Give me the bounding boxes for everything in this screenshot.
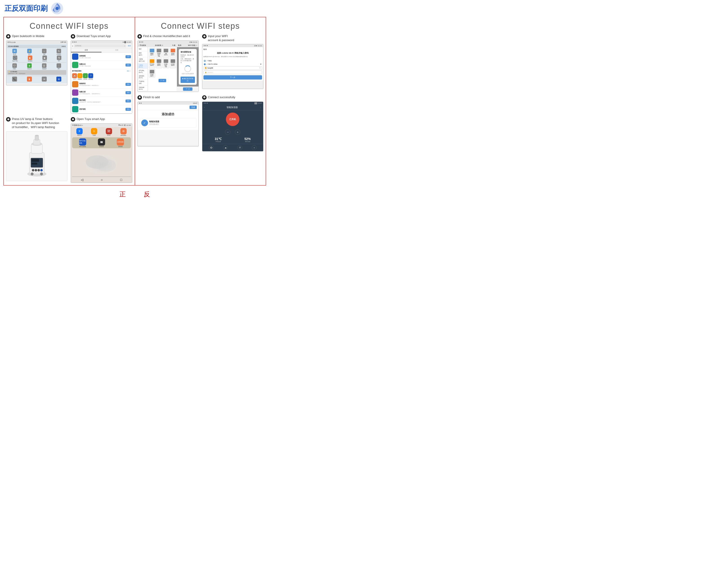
app-yunfu: 云 云服务 [91,128,97,136]
device-air[interactable]: 加湿器(蓝牙+Wi) [156,48,162,58]
nav-back[interactable]: ◁ [81,178,83,182]
suggest-4-label: 家控设置 [88,79,93,80]
radio-50hz[interactable] [204,60,206,62]
wifi-password-field[interactable]: 🔒 ············ [203,70,262,74]
device-robot[interactable]: 自动机(蓝牙+Wi) [163,58,169,68]
nav-lighting[interactable]: 照明(蓝牙) [138,51,148,57]
tab-app[interactable]: 应用 [71,48,102,52]
reset-next-btn[interactable]: 下一步 [183,87,192,91]
svg-point-16 [31,172,34,175]
step-5-time: 10● 11:11 [189,41,197,43]
step-4-header: ❹ Open Tuya smart App [71,117,132,122]
mode-btn[interactable]: ☁ [223,145,228,150]
step-5: ❺ Find & choose Humidifier,then add it ✦… [137,34,199,92]
svg-point-12 [32,169,34,171]
app-item-2: 智慧生活 82.1 MB · 220次次安装 安装 [71,61,132,69]
mist-visual [72,150,131,176]
step-2-time: ✦✦✦ [72,41,77,43]
app-4-btn[interactable]: 安装 [126,91,131,94]
tuya-main-label: 涂鸦智能 [118,146,123,147]
left-panel-title: Connect WIFI steps [6,20,132,34]
light-btn[interactable]: ☼ [252,145,257,150]
tab-content[interactable]: 内容 [102,48,132,52]
wifi-cancel[interactable]: 取消 [203,48,207,50]
device-heater[interactable]: 加湿器(Wi-Fi) [170,48,176,58]
device-screens-container: ‹ 手动添加 自动发现 ☆ ↻ 搜 电控 照明(蓝牙) 大家电(蓝牙+Wi) [138,44,198,92]
wifi-name-field[interactable]: 📶 haoqi88 ✕ [203,66,262,70]
bluetooth-icon-item: ⚡ 蓝牙 [27,49,32,55]
step-1-number: ❶ [6,34,10,39]
camera-icon-item: ◉ 快速启动 [42,56,47,62]
nav-home[interactable]: ○ [101,178,103,182]
app-3-btn[interactable]: 安装 [126,83,131,86]
tuya-wifi-label: WIFI万能钥匙 [79,146,86,147]
radio-24ghz[interactable] [204,63,206,65]
company-logo [51,2,63,15]
app-6-btn[interactable]: 安装 [126,108,131,111]
adjust-buttons: − + [202,128,263,136]
device-vacuum[interactable]: 自动机2(Wi-Fi) [170,58,176,68]
nav-recent[interactable]: □ [120,178,122,182]
smart-chef-icon [72,89,79,96]
more-button[interactable]: 更多 > [127,70,131,72]
right-panel: Connect WIFI steps ❺ Find & choose Humid… [135,17,266,185]
device-rice[interactable]: 取暖器(Wi-Fi) [156,58,162,68]
complete-btn[interactable]: 完成 [190,106,197,109]
step-4-number: ❹ [71,117,75,122]
app-5-btn[interactable]: 安装 [126,100,131,102]
phone-status-bar: 中午11:09 10♥ Wi [6,41,67,44]
minus-btn[interactable]: − [225,129,231,135]
wifi-screen-header: 取消 [203,48,262,50]
manual-header: ‹ 手动添加 自动发现 ☆ ↻ 搜 [138,44,177,47]
phone-icons: ● ● ● [62,45,66,48]
timer-btn[interactable]: ⏱ [237,145,242,150]
vacuum-label: 自动机2(Wi-Fi) [171,63,175,66]
app-1-btn[interactable]: 打开 [126,55,131,58]
step-6-status-bar: ✦✦✦ 10● 11:11 [202,44,263,47]
suggest-2: ○ 智能家控 [78,73,82,80]
search-submit[interactable]: 搜索 [128,45,131,47]
nav-all[interactable]: 电控 [138,47,148,51]
step-5-label: Find & choose Humidifier,then add it [143,34,190,38]
step-4-status-bar: 中国移动4G ▪ ⚑ ♥ ⟳ 财 12:33 [71,124,132,127]
nav-energy[interactable]: 产品联动运道 [138,80,148,86]
humidity-value: 52% [244,137,251,141]
power-circle[interactable]: 已关机 [226,112,239,126]
device-main: 香薰机(蓝牙) 加湿器(蓝牙+Wi) 风扇(Wi-F [148,47,177,91]
nav-security[interactable]: 空气净化(Wi-Fi) [138,69,148,74]
control-back[interactable]: ‹ [204,106,205,108]
air-icon [157,49,161,52]
search-box[interactable]: 涂鸦智能 × [74,44,126,47]
sound-icon-box: 🔊 [13,56,17,60]
step-4-tuya-mockup: 中国移动4G ▪ ⚑ ♥ ⟳ 财 12:33 支 阿里巴巴 云 [71,123,132,183]
wifi-next-btn[interactable]: 下一步 [203,75,262,80]
more-icon-box: ⋮ [57,63,61,68]
tuya-phone-home: 支 阿里巴巴 云 云服务 财 时钟表 [71,127,132,183]
nav-more[interactable]: 无线传感(Wi-Fi) [138,86,148,91]
wifi-field-clear[interactable]: ✕ [259,67,261,69]
power-toggle-btn[interactable]: ⏻ [209,145,214,150]
step-3-number: ❸ [6,117,10,122]
app-item-3: 智能家居 US7设备智能管理家居，体验智慧生活... 安装 [71,80,132,88]
control-menu[interactable]: ⋮ [260,106,261,108]
next-btn[interactable]: 下一步 [158,79,166,82]
plus-btn[interactable]: + [235,129,240,135]
nav-outdoor[interactable]: 远程遥控(Wi-Fi) [138,74,148,80]
control-buttons-row: ⏻ ☁ ⏱ ☼ [202,144,263,151]
device-fan[interactable]: 香薰机(蓝牙) [149,48,155,58]
nav-climate[interactable]: 小家电(Wi-Fi) [138,63,148,69]
suggest-3-label: QQ浏览 [83,79,87,80]
success-device-info: 智能加湿器 添加设备成功 [149,120,159,125]
device-kettle[interactable]: 空气净化(Wi-Fi) [149,58,155,68]
kettle-icon [150,59,154,63]
device-humidifier[interactable]: 风扇(Wi-Fi) [163,48,169,58]
app-1-info: 涂鸦智能 82.1 MB · 220次次安装 [79,55,124,58]
reset-cancel[interactable]: 取消 [178,44,181,46]
spinner [184,65,191,72]
app-2-btn[interactable]: 安装 [126,64,131,66]
nav-sensor[interactable]: 大家电(蓝牙+Wi) [138,57,148,63]
confirm-flash-btn[interactable]: ◉ 确认复示灯快闪 [180,77,195,83]
wifi-option-24ghz: ✓ Wi-Fi 2.4Ghz ▼ [203,63,262,66]
category-section: 您可能还喜欢 更多 > [71,69,132,73]
device-other[interactable]: 自动机(蓝牙) [149,69,155,78]
